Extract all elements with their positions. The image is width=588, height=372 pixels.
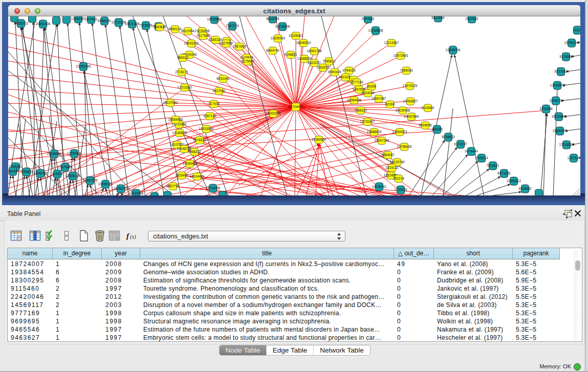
svg-text:1362635: 1362635 [316, 65, 330, 69]
svg-text:20206536: 20206536 [47, 152, 62, 156]
svg-text:10653267: 10653267 [71, 17, 86, 20]
svg-text:18654985: 18654985 [168, 118, 183, 121]
svg-text:9227342: 9227342 [554, 70, 568, 73]
svg-text:8938923: 8938923 [442, 135, 455, 139]
svg-text:1733426: 1733426 [394, 188, 407, 191]
svg-text:8813054: 8813054 [431, 16, 445, 19]
svg-text:10973493: 10973493 [394, 54, 408, 57]
svg-text:217003: 217003 [208, 102, 220, 105]
svg-text:5498222: 5498222 [188, 150, 201, 154]
svg-text:16782759: 16782759 [114, 187, 128, 190]
svg-text:23975867: 23975867 [58, 165, 73, 169]
svg-text:9084067: 9084067 [381, 153, 395, 157]
svg-text:10154808: 10154808 [368, 29, 383, 32]
svg-text:9794028: 9794028 [342, 69, 356, 72]
svg-text:7663822: 7663822 [153, 25, 166, 29]
svg-text:8813054: 8813054 [266, 17, 279, 20]
svg-text:10719155: 10719155 [112, 20, 126, 24]
svg-text:10958107: 10958107 [98, 182, 113, 186]
svg-text:7485063: 7485063 [400, 69, 413, 72]
svg-text:12975125: 12975125 [403, 84, 418, 87]
svg-text:f: f [126, 232, 130, 240]
svg-text:24957844: 24957844 [404, 115, 419, 118]
svg-text:9127509: 9127509 [197, 34, 210, 37]
svg-text:12213382: 12213382 [178, 85, 192, 89]
svg-text:8322037: 8322037 [308, 61, 321, 64]
svg-text:7955812: 7955812 [322, 59, 336, 63]
svg-text:14363627: 14363627 [403, 99, 418, 103]
svg-text:10648784: 10648784 [446, 48, 461, 52]
svg-text:9245682: 9245682 [518, 187, 532, 190]
svg-text:39154: 39154 [8, 169, 17, 173]
svg-text:2967608: 2967608 [233, 45, 246, 48]
svg-text:9115460: 9115460 [422, 106, 434, 110]
svg-text:9699695: 9699695 [419, 123, 432, 127]
svg-text:12213967: 12213967 [384, 41, 399, 45]
svg-text:19166825: 19166825 [172, 131, 187, 135]
svg-text:5578334: 5578334 [193, 138, 206, 142]
svg-text:16033809: 16033809 [207, 17, 222, 21]
svg-text:18640910: 18640910 [296, 41, 311, 45]
svg-text:18724007: 18724007 [289, 105, 303, 108]
svg-text:164095: 164095 [431, 127, 443, 131]
svg-text:9129966: 9129966 [559, 55, 573, 58]
svg-text:13533594: 13533594 [199, 127, 214, 130]
svg-text:114519: 114519 [52, 172, 63, 176]
svg-text:7386322: 7386322 [354, 108, 367, 112]
svg-text:14099489: 14099489 [183, 162, 198, 165]
svg-text:8471626: 8471626 [497, 171, 511, 175]
svg-text:10688609: 10688609 [367, 130, 382, 134]
svg-text:13588520: 13588520 [297, 57, 312, 60]
svg-text:7632621: 7632621 [486, 164, 499, 167]
svg-text:2047862: 2047862 [361, 17, 375, 20]
svg-text:15300273: 15300273 [266, 112, 281, 115]
svg-text:2718176: 2718176 [175, 70, 188, 74]
svg-text:17957275: 17957275 [83, 179, 98, 182]
svg-text:7625402: 7625402 [175, 173, 188, 177]
svg-text:19384554: 19384554 [312, 138, 326, 141]
svg-text:46266: 46266 [367, 84, 376, 88]
svg-text:17016504: 17016504 [559, 143, 574, 146]
svg-text:7515526: 7515526 [139, 24, 153, 27]
svg-text:9327508: 9327508 [220, 41, 233, 45]
svg-text:8912954: 8912954 [181, 29, 194, 33]
svg-text:16120746: 16120746 [390, 160, 405, 164]
svg-text:989012: 989012 [177, 56, 188, 59]
svg-text:21053346: 21053346 [76, 64, 91, 68]
svg-text:13720407: 13720407 [360, 120, 375, 123]
svg-text:2935114: 2935114 [475, 156, 488, 160]
svg-text:15751074: 15751074 [564, 41, 579, 45]
svg-text:12093872: 12093872 [550, 83, 565, 87]
svg-text:9146821: 9146821 [284, 53, 297, 56]
svg-text:8186328: 8186328 [209, 38, 222, 41]
svg-text:16914479: 16914479 [190, 174, 205, 178]
svg-text:19756928: 19756928 [397, 145, 412, 148]
svg-text:11325419: 11325419 [289, 34, 303, 37]
svg-text:15692971: 15692971 [553, 129, 568, 133]
svg-text:18907249: 18907249 [375, 139, 389, 142]
svg-text:3215958: 3215958 [539, 107, 553, 111]
svg-text:10807487: 10807487 [372, 97, 386, 100]
svg-text:252214: 252214 [393, 177, 404, 180]
svg-text:11325419: 11325419 [271, 36, 286, 40]
svg-text:18107552: 18107552 [163, 101, 178, 104]
svg-text:1815132: 1815132 [385, 166, 399, 169]
svg-text:6179197: 6179197 [454, 142, 467, 146]
svg-text:20691406: 20691406 [36, 22, 51, 26]
svg-text:16543312: 16543312 [184, 41, 199, 45]
svg-text:13654923: 13654923 [393, 130, 407, 134]
svg-text:1527602: 1527602 [84, 17, 98, 21]
svg-text:14136141: 14136141 [372, 185, 387, 188]
svg-text:8454749: 8454749 [266, 49, 279, 52]
svg-text:2537862: 2537862 [465, 17, 478, 20]
svg-text:8031442: 8031442 [216, 77, 230, 80]
svg-text:12023446: 12023446 [129, 191, 144, 195]
svg-text:1156829: 1156829 [20, 170, 33, 173]
svg-text:9777169: 9777169 [350, 80, 363, 84]
svg-text:12942737: 12942737 [33, 171, 48, 175]
svg-text:8660124: 8660124 [168, 27, 182, 31]
svg-text:11124: 11124 [573, 28, 580, 32]
svg-text:8990449: 8990449 [328, 70, 341, 74]
svg-text:16210643: 16210643 [552, 115, 567, 118]
svg-text:10671355: 10671355 [125, 22, 140, 26]
